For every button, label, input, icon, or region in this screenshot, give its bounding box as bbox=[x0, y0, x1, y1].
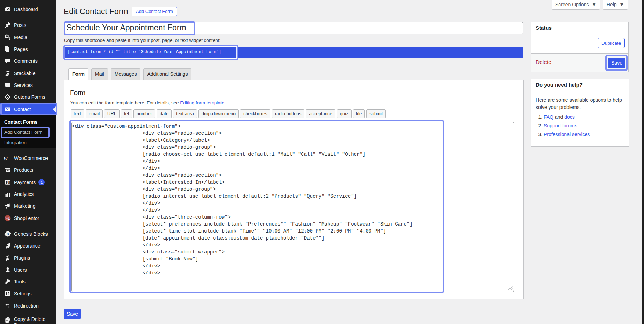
svg-text:G: G bbox=[7, 232, 9, 236]
svg-text:WL: WL bbox=[5, 216, 10, 220]
svg-text:$: $ bbox=[7, 180, 9, 184]
